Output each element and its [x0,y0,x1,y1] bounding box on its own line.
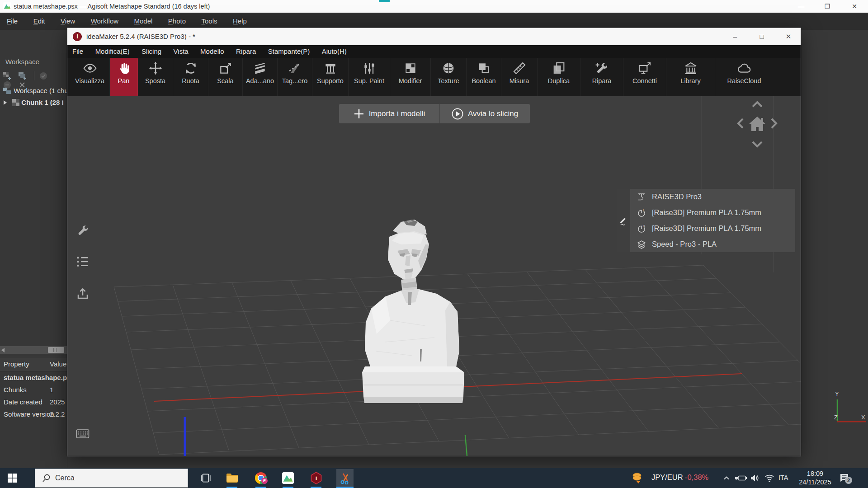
rotate-icon [184,61,198,75]
printer-config-panel[interactable]: RAISE3D Pro3 L [Raise3D] Premium PLA 1.7… [617,189,795,252]
ticker-pair[interactable]: JPY/EUR [651,473,683,482]
im-menu-vista[interactable]: Vista [169,45,193,58]
workspace-chunk-item[interactable]: Chunk 1 (28 i [0,98,67,108]
file-explorer-icon[interactable] [226,472,238,483]
horizontal-scrollbar[interactable] [0,346,67,354]
search-input[interactable]: Cerca [35,469,188,488]
repair-wrench-icon [594,61,609,75]
project-row[interactable]: statua metashape.ps [0,371,67,384]
im-menu-file[interactable]: File [67,45,88,58]
tray-chevron-up-icon[interactable] [722,474,731,482]
toolbar-button-ruota[interactable]: Ruota [173,58,208,96]
expander-icon[interactable] [4,100,7,105]
slice-template-name: Speed - Pro3 - PLA [652,240,717,249]
im-menu-slicing[interactable]: Slicing [137,45,166,58]
toolbar-button-misura[interactable]: Misura [501,58,538,96]
settings-wrench-icon[interactable] [76,224,90,237]
add-photos-icon[interactable] [18,71,27,80]
scrollbar-thumb[interactable] [48,347,64,353]
table-row[interactable]: Date created 2025 [0,396,67,408]
toolbar-button-boolean[interactable]: Boolean [467,58,501,96]
table-row[interactable]: Software version 2.2.2 [0,408,67,420]
y-axis-line [465,435,467,456]
im-menu-stampante[interactable]: Stampante(P) [263,45,315,58]
toolbar-button-supporto[interactable]: Supporto [312,58,349,96]
axis-y-label: Y [835,390,839,397]
adaptive-layers-icon [253,61,267,75]
chrome-profile-badge: E [261,478,268,484]
metashape-minimize-button[interactable]: — [791,0,811,13]
metashape-menu-file[interactable]: File [0,13,24,30]
language-indicator[interactable]: ITA [778,474,788,481]
modifier-checker-icon [403,61,418,75]
build-plate-viewport[interactable]: Importa i modelli Avvia lo slicing [67,96,801,456]
toolbar-button-pan[interactable]: Pan [110,58,138,96]
right-nozzle-icon: R [637,224,646,234]
toolbar-button-duplica[interactable]: Duplica [538,58,580,96]
home-view-icon[interactable] [746,113,768,134]
clock[interactable]: 18:09 24/11/2025 [796,469,835,487]
panel-edit-strip[interactable] [617,189,630,252]
chevron-up-icon[interactable] [751,101,763,108]
ideamaker-taskbar-icon[interactable]: i [310,472,322,484]
table-row[interactable]: Chunks 1 [0,384,67,396]
start-slicing-button[interactable]: Avvia lo slicing [440,104,530,123]
battery-charging-icon[interactable] [734,474,748,483]
snipping-tool-icon[interactable] [340,473,351,484]
workspace-root-item[interactable]: Workspace (1 chu [0,86,67,96]
toolbar-button-texture[interactable]: Texture [431,58,467,96]
market-coins-icon[interactable] [632,472,645,484]
start-button-icon[interactable] [7,473,17,483]
toolbar-button-support-paint[interactable]: Sup. Paint [349,58,390,96]
chevron-left-icon[interactable] [737,117,744,129]
right-filament-row[interactable]: R [Raise3D] Premium PLA 1.75mm [630,221,795,236]
printer-name: RAISE3D Pro3 [652,192,702,201]
toolbar-button-adaptive[interactable]: Ada...ano [243,58,278,96]
toolbar-button-sposta[interactable]: Sposta [138,58,173,96]
speaker-icon[interactable] [750,473,760,483]
printer-row[interactable]: RAISE3D Pro3 [630,189,795,205]
metashape-restore-button[interactable]: ❐ [817,0,837,13]
chrome-icon[interactable]: E [255,472,268,485]
toolbar-button-modifier[interactable]: Modifier [390,58,431,96]
slice-template-row[interactable]: Speed - Pro3 - PLA [630,236,795,252]
import-models-button[interactable]: Importa i modelli [339,104,439,123]
task-view-icon[interactable] [200,472,212,484]
toolbar-button-cut[interactable]: Tag...ero [278,58,312,96]
metashape-close-button[interactable]: ✕ [844,0,864,13]
keyboard-icon[interactable] [76,428,90,439]
scroll-left-arrow-icon[interactable] [1,348,5,352]
properties-panel: Property Value statua metashape.ps Chunk… [0,357,67,420]
ideamaker-minimize-button[interactable]: – [725,28,745,45]
toolbar-button-raisecloud[interactable]: RaiseCloud [715,58,773,96]
statue-model[interactable] [358,216,470,405]
action-center-button[interactable]: 2 [839,472,854,485]
left-filament-row[interactable]: L [Raise3D] Premium PLA 1.75mm [630,205,795,221]
model-list-icon[interactable] [76,255,90,268]
im-menu-ripara[interactable]: Ripara [231,45,261,58]
chevron-right-icon[interactable] [770,117,778,129]
metashape-menu-edit[interactable]: Edit [27,13,52,30]
im-menu-modello[interactable]: Modello [195,45,229,58]
im-menu-modifica[interactable]: Modifica(E) [90,45,135,58]
toolbar-button-library[interactable]: Library [666,58,715,96]
ticker-change[interactable]: -0,38% [685,473,708,482]
export-upload-icon[interactable] [76,287,90,300]
chevron-down-icon[interactable] [751,141,763,148]
check-circle-icon[interactable] [39,71,48,80]
ideamaker-toolbar: Visualizza Pan Sposta Ruota [67,58,801,96]
im-menu-aiuto[interactable]: Aiuto(H) [317,45,352,58]
add-chunk-icon[interactable] [3,71,12,80]
toolbar-button-scala[interactable]: Scala [208,58,243,96]
ideamaker-maximize-button[interactable]: □ [751,28,772,45]
search-icon [42,474,51,483]
wifi-icon[interactable] [764,474,774,483]
ideamaker-close-button[interactable]: ✕ [778,28,799,45]
toolbar-button-ripara[interactable]: Ripara [580,58,623,96]
toolbar-button-connetti[interactable]: Connetti [623,58,666,96]
right-filament-name: [Raise3D] Premium PLA 1.75mm [652,224,761,233]
notification-badge: 2 [845,477,852,484]
metashape-taskbar-icon[interactable] [282,472,294,484]
toolbar-button-visualizza[interactable]: Visualizza [70,58,110,96]
screen: statua metashape.psx — Agisoft Metashape… [0,0,868,488]
